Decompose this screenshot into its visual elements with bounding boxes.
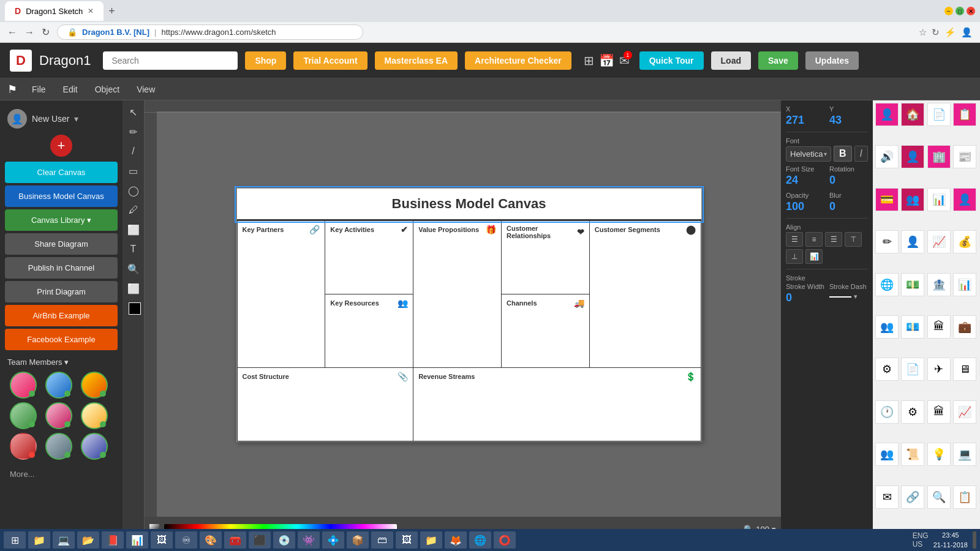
italic-button[interactable]: I bbox=[854, 146, 868, 162]
icon-cell-8[interactable]: 📰 bbox=[953, 145, 976, 168]
taskbar-paint[interactable]: 🎨 bbox=[200, 531, 222, 549]
taskbar-pdf[interactable]: 📕 bbox=[102, 531, 124, 549]
quick-tour-button[interactable]: Quick Tour bbox=[639, 51, 704, 70]
more-link[interactable]: More... bbox=[5, 467, 118, 481]
icon-cell-36[interactable]: 💻 bbox=[953, 443, 976, 466]
icon-cell-32[interactable]: 📈 bbox=[953, 400, 976, 424]
team-label[interactable]: Team Members ▾ bbox=[7, 358, 69, 367]
align-right-btn[interactable]: ☰ bbox=[825, 232, 842, 247]
cell-key-resources[interactable]: Key Resources👥 bbox=[325, 294, 413, 367]
icon-cell-30[interactable]: ⚙ bbox=[901, 400, 924, 424]
taskbar-app2[interactable]: 🧰 bbox=[224, 531, 246, 549]
icon-cell-25[interactable]: ⚙ bbox=[875, 358, 899, 381]
search-input[interactable] bbox=[103, 51, 238, 70]
taskbar-app1[interactable]: ♾ bbox=[175, 531, 197, 549]
airbnb-example-button[interactable]: AirBnb Example bbox=[5, 305, 118, 326]
icon-cell-2[interactable]: 🏠 bbox=[901, 103, 924, 126]
canvas-library-button[interactable]: Canvas Library ▾ bbox=[5, 209, 118, 231]
load-button[interactable]: Load bbox=[711, 51, 751, 70]
taskbar-chrome[interactable]: ⭕ bbox=[494, 531, 516, 549]
ellipse-tool[interactable]: ◯ bbox=[124, 181, 143, 200]
clear-canvas-button[interactable]: Clear Canvas bbox=[5, 162, 118, 183]
cell-channels[interactable]: Channels🚚 bbox=[501, 294, 589, 367]
x-value[interactable]: 271 bbox=[786, 114, 824, 127]
taskbar-app4[interactable]: 📦 bbox=[347, 531, 369, 549]
add-button[interactable]: + bbox=[50, 135, 72, 157]
bold-button[interactable]: B bbox=[834, 146, 852, 162]
taskbar-ie[interactable]: 🌐 bbox=[469, 531, 491, 549]
color-bar[interactable] bbox=[164, 524, 397, 529]
taskbar-terminal[interactable]: 💻 bbox=[53, 531, 75, 549]
back-button[interactable]: ← bbox=[7, 27, 17, 38]
taskbar-photos[interactable]: 🖼 bbox=[151, 531, 173, 549]
grid-icon[interactable]: ⊞ bbox=[584, 53, 594, 68]
canvas-area[interactable]: Business Model Canvas Key Partners🔗 Key … bbox=[145, 100, 781, 529]
business-model-canvas-button[interactable]: Business Model Canvas bbox=[5, 186, 118, 207]
cell-key-partners[interactable]: Key Partners🔗 bbox=[237, 220, 325, 367]
browser-tab[interactable]: D Dragon1 Sketch ✕ bbox=[5, 1, 104, 21]
start-button[interactable]: ⊞ bbox=[4, 531, 26, 549]
color-picker[interactable] bbox=[127, 301, 140, 313]
icon-cell-29[interactable]: 🕐 bbox=[875, 400, 899, 424]
icon-cell-19[interactable]: 🏦 bbox=[927, 273, 951, 296]
pen-tool[interactable]: 🖊 bbox=[124, 201, 143, 219]
taskbar-image[interactable]: 🖼 bbox=[396, 531, 418, 549]
icon-cell-11[interactable]: 📊 bbox=[927, 188, 951, 211]
shape-tool[interactable]: ⬜ bbox=[124, 220, 143, 239]
icon-cell-31[interactable]: 🏛 bbox=[927, 400, 951, 424]
text-tool[interactable]: T bbox=[124, 240, 143, 258]
icon-cell-15[interactable]: 📈 bbox=[927, 230, 951, 253]
stroke-dash-dropdown[interactable]: ▾ bbox=[854, 293, 858, 301]
show-desktop-btn[interactable] bbox=[973, 531, 976, 549]
arch-checker-button[interactable]: Architecture Checker bbox=[465, 51, 571, 70]
icon-cell-34[interactable]: 📜 bbox=[901, 443, 924, 466]
new-tab-button[interactable]: + bbox=[108, 5, 115, 18]
icon-cell-6[interactable]: 👤 bbox=[901, 145, 924, 168]
menu-file[interactable]: File bbox=[24, 82, 53, 97]
refresh-icon[interactable]: ↻ bbox=[932, 27, 940, 38]
icon-cell-14[interactable]: 👤 bbox=[901, 230, 924, 253]
window-close[interactable]: ✕ bbox=[967, 7, 975, 15]
align-center-btn[interactable]: ≡ bbox=[805, 232, 823, 247]
window-maximize[interactable]: □ bbox=[956, 7, 964, 15]
color-swatch[interactable] bbox=[149, 524, 159, 529]
masterclass-button[interactable]: Masterclass EA bbox=[375, 51, 458, 70]
icon-cell-9[interactable]: 💳 bbox=[875, 188, 899, 211]
taskbar-disk[interactable]: 💿 bbox=[273, 531, 295, 549]
select-tool[interactable]: ↖ bbox=[124, 103, 143, 121]
icon-cell-38[interactable]: 🔗 bbox=[901, 485, 924, 509]
taskbar-folder[interactable]: 📂 bbox=[77, 531, 99, 549]
icon-cell-21[interactable]: 👥 bbox=[875, 315, 899, 339]
taskbar-3d[interactable]: 💠 bbox=[322, 531, 344, 549]
icon-cell-24[interactable]: 💼 bbox=[953, 315, 976, 339]
icon-cell-20[interactable]: 📊 bbox=[953, 273, 976, 296]
search-tool[interactable]: 🔍 bbox=[124, 260, 143, 278]
stroke-width-value[interactable]: 0 bbox=[786, 291, 824, 304]
icon-cell-16[interactable]: 💰 bbox=[953, 230, 976, 253]
icon-cell-39[interactable]: 🔍 bbox=[927, 485, 951, 509]
zoom-dropdown-icon[interactable]: ▾ bbox=[772, 525, 776, 530]
align-chart-btn[interactable]: 📊 bbox=[805, 249, 823, 264]
icon-cell-4[interactable]: 📋 bbox=[953, 103, 976, 126]
cell-value-propositions[interactable]: Value Propositions🎁 bbox=[413, 220, 502, 367]
pencil-tool[interactable]: ✏ bbox=[124, 122, 143, 141]
taskbar-file-explorer[interactable]: 📁 bbox=[28, 531, 50, 549]
menu-object[interactable]: Object bbox=[88, 82, 127, 97]
taskbar-chart[interactable]: 📊 bbox=[126, 531, 148, 549]
align-middle-btn[interactable]: ⊥ bbox=[786, 249, 803, 264]
icon-cell-3[interactable]: 📄 bbox=[927, 103, 951, 126]
menu-edit[interactable]: Edit bbox=[56, 82, 85, 97]
taskbar-creature[interactable]: 👾 bbox=[298, 531, 320, 549]
shape2-tool[interactable]: ⬜ bbox=[124, 279, 143, 298]
icon-cell-40[interactable]: 📋 bbox=[953, 485, 976, 509]
rotation-value[interactable]: 0 bbox=[829, 174, 868, 187]
icon-cell-26[interactable]: 📄 bbox=[901, 358, 924, 381]
menu-view[interactable]: View bbox=[129, 82, 162, 97]
refresh-button[interactable]: ↻ bbox=[42, 26, 50, 38]
icon-cell-37[interactable]: ✉ bbox=[875, 485, 899, 509]
icon-cell-33[interactable]: 👥 bbox=[875, 443, 899, 466]
taskbar-table[interactable]: 🗃 bbox=[371, 531, 393, 549]
rect-tool[interactable]: ▭ bbox=[124, 162, 143, 180]
align-left-btn[interactable]: ☰ bbox=[786, 232, 803, 247]
blur-value[interactable]: 0 bbox=[829, 200, 868, 213]
